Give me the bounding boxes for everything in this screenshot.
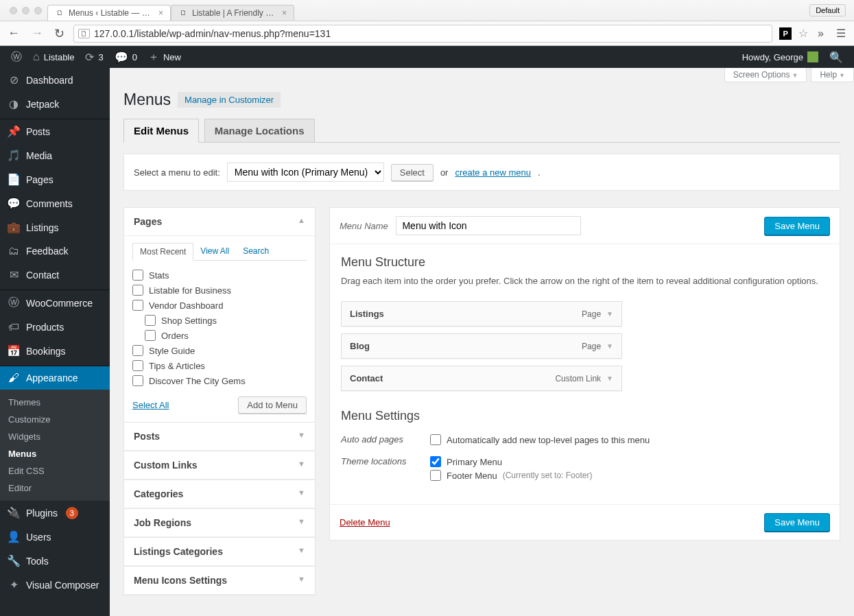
updates[interactable]: ⟳3: [80, 46, 108, 68]
tab-most-recent[interactable]: Most Recent: [132, 243, 193, 261]
add-to-menu-button[interactable]: Add to Menu: [238, 396, 307, 414]
forward-button[interactable]: →: [29, 26, 45, 40]
accordion-listings-categories: Listings Categories▼: [123, 537, 316, 567]
tab-view-all[interactable]: View All: [193, 243, 236, 260]
address-bar[interactable]: 🗋 127.0.0.1/listable/wp-admin/nav-menus.…: [73, 25, 772, 43]
comments[interactable]: 💬0: [109, 46, 143, 68]
accordion-posts: Posts▼: [123, 422, 316, 451]
create-menu-link[interactable]: create a new menu: [455, 167, 531, 178]
page-item[interactable]: Stats: [132, 268, 307, 283]
sidebar-item-users[interactable]: 👤Users: [0, 525, 110, 549]
location-footer-checkbox[interactable]: Footer Menu (Currently set to: Footer): [430, 470, 829, 481]
tab-edit-menus[interactable]: Edit Menus: [123, 119, 199, 143]
submenu-item-customize[interactable]: Customize: [0, 411, 110, 428]
sidebar-item-tools[interactable]: 🔧Tools: [0, 549, 110, 573]
page-item[interactable]: Vendor Dashboard: [132, 298, 307, 313]
close-tab-icon[interactable]: ×: [282, 8, 287, 18]
page-checkbox[interactable]: [132, 375, 143, 386]
sidebar-item-listings[interactable]: 💼Listings: [0, 215, 110, 239]
search[interactable]: 🔍: [824, 46, 849, 68]
location-primary-checkbox[interactable]: Primary Menu: [430, 456, 829, 467]
save-menu-button-footer[interactable]: Save Menu: [764, 513, 830, 532]
sidebar-item-contact[interactable]: ✉Contact: [0, 263, 110, 287]
site-name[interactable]: ⌂Listable: [27, 46, 80, 68]
sidebar-item-jetpack[interactable]: ◑Jetpack: [0, 92, 110, 116]
page-checkbox[interactable]: [145, 330, 156, 341]
submenu-item-menus[interactable]: Menus: [0, 445, 110, 462]
sidebar-item-posts[interactable]: 📌Posts: [0, 119, 110, 143]
page-checkbox[interactable]: [132, 270, 143, 281]
wp-logo[interactable]: ⓦ: [5, 46, 27, 68]
menu-item-bar[interactable]: BlogPage▼: [341, 333, 622, 359]
my-account[interactable]: Howdy, George: [737, 46, 824, 68]
sidebar-item-plugins[interactable]: 🔌Plugins3: [0, 501, 110, 525]
sidebar-item-bookings[interactable]: 📅Bookings: [0, 339, 110, 363]
tab-search[interactable]: Search: [236, 243, 276, 260]
submenu-item-editor[interactable]: Editor: [0, 479, 110, 497]
menu-name-input[interactable]: [396, 216, 581, 235]
sidebar-item-products[interactable]: 🏷Products: [0, 316, 110, 339]
screen-options-tab[interactable]: Screen Options▼: [724, 68, 807, 82]
new-content[interactable]: ＋New: [143, 46, 187, 68]
sidebar-item-feedback[interactable]: 🗂Feedback: [0, 239, 110, 263]
sidebar-item-comments[interactable]: 💬Comments: [0, 191, 110, 215]
zoom-window[interactable]: [34, 7, 42, 14]
accordion-header[interactable]: Categories▼: [124, 480, 315, 508]
profile-button[interactable]: Default: [809, 4, 846, 16]
browser-tab-2[interactable]: 🗋 Listable | A Friendly Directo ×: [171, 5, 294, 21]
page-item[interactable]: Tips & Articles: [132, 358, 307, 373]
select-all-link[interactable]: Select All: [132, 400, 169, 410]
select-button[interactable]: Select: [391, 164, 434, 181]
sidebar-item-appearance[interactable]: 🖌Appearance: [0, 366, 110, 390]
chevron-down-icon[interactable]: ▼: [606, 310, 613, 318]
page-info-icon[interactable]: 🗋: [78, 29, 90, 38]
save-menu-button[interactable]: Save Menu: [764, 217, 830, 235]
browser-tab-1[interactable]: 🗋 Menus ‹ Listable — WordP ×: [47, 5, 171, 21]
sidebar-item-visual-composer[interactable]: ✦Visual Composer: [0, 573, 110, 597]
page-checkbox[interactable]: [132, 285, 143, 296]
page-item[interactable]: Style Guide: [132, 343, 307, 358]
extension-icon[interactable]: P: [779, 27, 792, 40]
menu-select[interactable]: Menu with Icon (Primary Menu): [227, 163, 384, 182]
page-item[interactable]: Discover The City Gems: [132, 373, 307, 388]
help-tab[interactable]: Help▼: [811, 68, 854, 82]
overflow-icon[interactable]: »: [815, 27, 827, 40]
sidebar-item-dashboard[interactable]: ⊘Dashboard: [0, 68, 110, 92]
menu-item-bar[interactable]: ContactCustom Link▼: [341, 366, 622, 391]
page-item[interactable]: Listable for Business: [132, 283, 307, 298]
menu-icon[interactable]: ☰: [833, 27, 849, 40]
bookmark-icon[interactable]: ☆: [798, 27, 808, 40]
minimize-window[interactable]: [22, 7, 29, 14]
close-window[interactable]: [10, 7, 17, 14]
submenu-item-themes[interactable]: Themes: [0, 394, 110, 411]
auto-add-checkbox[interactable]: Automatically add new top-level pages to…: [430, 434, 829, 445]
page-item[interactable]: Shop Settings: [132, 313, 307, 328]
submenu-item-edit-css[interactable]: Edit CSS: [0, 462, 110, 479]
close-tab-icon[interactable]: ×: [158, 8, 163, 18]
page-item[interactable]: Orders: [132, 328, 307, 343]
accordion-header[interactable]: Posts▼: [124, 423, 315, 451]
menu-settings-heading: Menu Settings: [341, 409, 829, 423]
menu-item-bar[interactable]: ListingsPage▼: [341, 301, 622, 327]
accordion-header[interactable]: Job Regions▼: [124, 509, 315, 537]
page-checkbox[interactable]: [132, 300, 143, 311]
chevron-down-icon[interactable]: ▼: [606, 342, 613, 350]
accordion-header[interactable]: Listings Categories▼: [124, 538, 315, 566]
page-checkbox[interactable]: [132, 345, 143, 356]
sidebar-item-media[interactable]: 🎵Media: [0, 143, 110, 167]
accordion-header[interactable]: Menu Icons Settings▼: [124, 567, 315, 595]
page-checkbox[interactable]: [145, 315, 156, 326]
sidebar-item-woocommerce[interactable]: ⓦWooCommerce: [0, 290, 110, 316]
submenu-item-widgets[interactable]: Widgets: [0, 428, 110, 445]
back-button[interactable]: ←: [5, 26, 22, 40]
manage-in-customizer-link[interactable]: Manage in Customizer: [178, 92, 281, 108]
tab-manage-locations[interactable]: Manage Locations: [204, 119, 315, 142]
chevron-down-icon[interactable]: ▼: [606, 375, 613, 382]
reload-button[interactable]: ↻: [52, 26, 67, 41]
sidebar-item-pages[interactable]: 📄Pages: [0, 167, 110, 191]
pages-panel-header[interactable]: Pages ▲: [124, 208, 315, 236]
page-checkbox[interactable]: [132, 360, 143, 371]
delete-menu-link[interactable]: Delete Menu: [340, 517, 390, 528]
accordion-header[interactable]: Custom Links▼: [124, 451, 315, 479]
page-title: Menus: [123, 91, 171, 109]
